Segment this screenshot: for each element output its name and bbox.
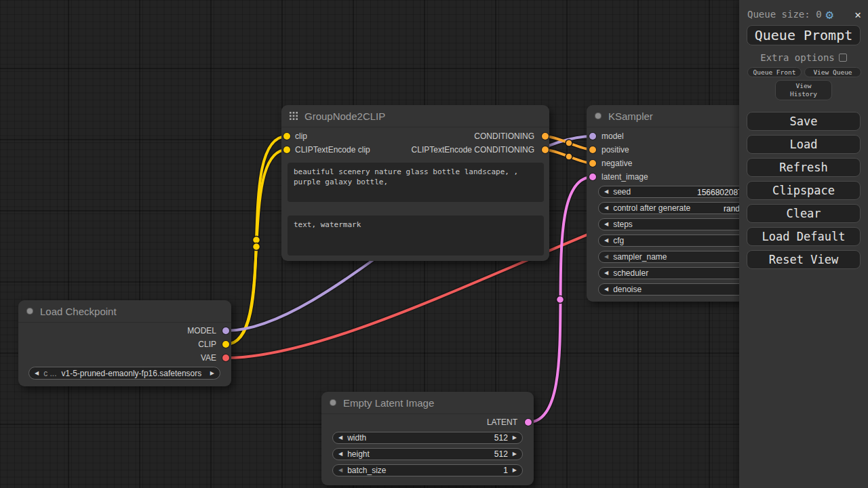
collapse-dot-icon[interactable] [595,113,601,119]
widget-label: batch_size [347,466,386,475]
comfy-menu-panel: Queue size: 0 ⚙ ✕ Queue Prompt Extra opt… [739,0,868,488]
input-port-clip[interactable] [283,133,290,140]
close-menu-icon[interactable]: ✕ [854,8,861,21]
reset-view-button[interactable]: Reset View [747,250,861,269]
output-label-clip: CLIP [198,340,216,349]
load-button[interactable]: Load [747,135,861,154]
input-port-positive[interactable] [589,146,596,153]
group-grid-icon [290,112,298,120]
increment-icon[interactable]: ▶ [513,468,517,473]
queue-prompt-button[interactable]: Queue Prompt [747,25,861,45]
output-port-latent[interactable] [525,419,532,426]
input-port-negative[interactable] [589,160,596,167]
output-label-model: MODEL [187,326,216,336]
decrement-icon[interactable]: ◀ [604,287,608,292]
widget-label: control after generate [613,203,690,213]
input-label-negative: negative [601,159,632,168]
widget-label: seed [613,187,631,197]
node-empty-latent-image: Empty Latent Image LATENT ◀ width 512 ▶ … [321,392,534,485]
clipspace-button[interactable]: Clipspace [747,181,861,200]
decrement-icon[interactable]: ◀ [604,238,608,243]
save-button[interactable]: Save [747,112,861,131]
output-port-vae[interactable] [222,354,229,361]
node-graph-canvas[interactable]: GroupNode2CLIP clip CLIPTextEncode clip … [0,0,868,488]
output-port-cliptextencode-conditioning[interactable] [542,146,549,153]
extra-options-checkbox[interactable] [839,54,847,62]
widget-label: steps [613,220,633,229]
decrement-icon[interactable]: ◀ [604,254,608,260]
widget-label: height [347,449,370,459]
node-title: GroupNode2CLIP [304,110,385,122]
collapse-dot-icon[interactable] [330,399,336,406]
decrement-icon[interactable]: ◀ [604,189,608,195]
output-label-vae: VAE [201,353,216,363]
view-history-button[interactable]: View History [775,80,832,100]
clear-button[interactable]: Clear [747,204,861,223]
positive-prompt-textarea[interactable]: beautiful scenery nature glass bottle la… [288,163,544,202]
widget-ckpt-name[interactable]: ◀ c ... v1-5-pruned-emaonly-fp16.safeten… [28,367,220,380]
decrement-icon[interactable]: ◀ [338,435,342,441]
wire-dot-clip-2 [253,243,260,251]
refresh-button[interactable]: Refresh [747,158,861,177]
decrement-icon[interactable]: ◀ [338,468,342,473]
prev-option-icon[interactable]: ◀ [35,371,39,376]
widget-label: width [347,433,366,443]
input-label-positive: positive [601,145,629,155]
node-title: Empty Latent Image [343,397,434,409]
input-label-model: model [601,131,624,141]
queue-size-label: Queue size: 0 [747,9,822,20]
negative-prompt-textarea[interactable]: text, watermark [288,216,544,256]
input-label-clip: clip [295,131,307,141]
output-label-conditioning: CONDITIONING [474,131,534,141]
extra-options-label: Extra options [760,52,835,63]
widget-batch-size[interactable]: ◀ batch_size 1 ▶ [332,464,523,476]
node-load-checkpoint: Load Checkpoint MODEL CLIP VAE ◀ c ... v… [18,300,231,386]
widget-value: 512 [494,449,508,459]
settings-gear-icon[interactable]: ⚙ [826,8,833,21]
decrement-icon[interactable]: ◀ [604,270,608,276]
output-port-conditioning[interactable] [542,133,549,140]
node-empty-latent-titlebar[interactable]: Empty Latent Image [321,392,534,414]
widget-width[interactable]: ◀ width 512 ▶ [332,432,523,444]
widget-label: c ... [43,369,56,378]
decrement-icon[interactable]: ◀ [604,205,608,211]
widget-value: 512 [494,433,508,443]
load-default-button[interactable]: Load Default [747,227,861,246]
queue-front-button[interactable]: Queue Front [747,67,802,77]
output-port-clip[interactable] [222,341,229,348]
next-option-icon[interactable]: ▶ [210,371,214,376]
increment-icon[interactable]: ▶ [513,451,517,457]
node-groupnode2clip-titlebar[interactable]: GroupNode2CLIP [281,105,549,127]
increment-icon[interactable]: ▶ [513,435,517,441]
input-port-latent-image[interactable] [589,174,596,180]
widget-value: v1-5-pruned-emaonly-fp16.safetensors [62,369,202,378]
view-history-line1: View [796,82,812,90]
widget-label: sampler_name [613,252,667,262]
wire-dot-negative [566,153,572,160]
wire-dot-latent [557,296,564,304]
output-label-latent: LATENT [487,418,517,427]
widget-value: 1 [503,466,508,475]
decrement-icon[interactable]: ◀ [604,222,608,227]
widget-label: cfg [613,236,624,245]
view-queue-button[interactable]: View Queue [804,67,861,77]
widget-label: scheduler [613,268,648,278]
view-history-line2: History [790,90,817,98]
input-label-latent-image: latent_image [601,172,648,182]
decrement-icon[interactable]: ◀ [338,451,342,457]
input-port-model[interactable] [589,133,596,140]
output-port-model[interactable] [222,327,229,334]
node-title: KSampler [608,110,653,122]
output-label-cliptextencode-conditioning: CLIPTextEncode CONDITIONING [412,145,534,155]
widget-height[interactable]: ◀ height 512 ▶ [332,448,523,460]
node-load-checkpoint-titlebar[interactable]: Load Checkpoint [18,300,231,323]
input-label-cliptextencode-clip: CLIPTextEncode clip [295,145,370,155]
collapse-dot-icon[interactable] [26,308,33,314]
wire-dot-positive [566,140,572,146]
widget-label: denoise [613,285,642,294]
input-port-cliptextencode-clip[interactable] [283,146,290,153]
node-groupnode2clip: GroupNode2CLIP clip CLIPTextEncode clip … [281,105,549,261]
node-title: Load Checkpoint [40,306,117,317]
